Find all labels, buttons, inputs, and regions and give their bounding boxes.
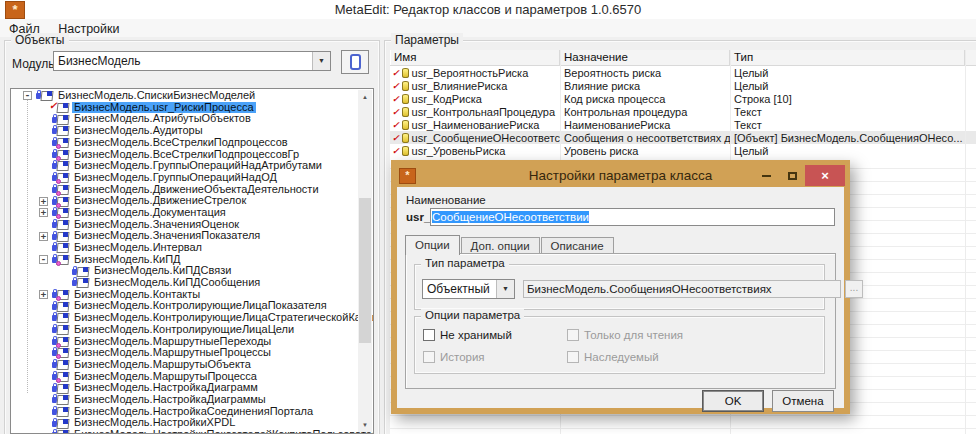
- checkbox-icon: [567, 329, 579, 341]
- param-name: usr_НаименованиеРиска: [412, 119, 540, 131]
- param-purpose: Сообщения о несоответствиях для риск...: [560, 132, 730, 144]
- parameter-icon: [402, 68, 409, 78]
- tree-expander-toggle[interactable]: +: [39, 232, 48, 241]
- badge-icon: [63, 348, 68, 353]
- name-input[interactable]: СообщениеОНесоответствии: [430, 208, 835, 226]
- table-row[interactable]: ✓ usr_КонтрольнаяПроцедура Контрольная п…: [390, 105, 976, 118]
- maximize-button[interactable]: [779, 165, 805, 186]
- tree-item[interactable]: ✓ БизнесМодель.КиПДСообщения: [11, 277, 358, 289]
- checkbox-label: Только для чтения: [584, 329, 683, 341]
- type-combobox[interactable]: Объектный ▼: [422, 279, 515, 299]
- tree-item[interactable]: ✓ БизнесМодель.НастройкаДиаграммы: [11, 394, 358, 406]
- name-input-selected-text: СообщениеОНесоответствии: [432, 211, 589, 223]
- class-icon: ✓: [52, 312, 68, 323]
- badge-icon: [63, 208, 68, 213]
- checkbox-read-only: Только для чтения: [567, 329, 683, 341]
- module-list-button[interactable]: [341, 50, 369, 74]
- class-icon: ✓: [52, 254, 68, 265]
- class-icon: ✓: [52, 383, 68, 394]
- tree-item[interactable]: ✓ БизнесМодель.ВсеСтрелкиПодпроцессов: [11, 137, 358, 149]
- checkbox-label: История: [440, 351, 485, 363]
- table-row[interactable]: ✓ usr_ВлияниеРиска Влияние риска Целый: [390, 79, 976, 92]
- param-type: Целый: [730, 67, 965, 79]
- tree-item[interactable]: ✓ БизнесМодель.МаршрутыОбъекта: [11, 359, 358, 371]
- badge-icon: [63, 161, 68, 166]
- class-icon: ✓: [52, 149, 68, 160]
- ok-button[interactable]: OK: [702, 390, 764, 412]
- param-purpose: Влияние риска: [560, 80, 730, 92]
- table-row[interactable]: ✓ usr_СообщениеОНесоответствии Сообщения…: [390, 131, 976, 144]
- tree-item[interactable]: + ✓ БизнесМодель.Документация: [11, 207, 358, 219]
- tree-item[interactable]: ✓ БизнесМодель.Интервал: [11, 242, 358, 254]
- class-icon: ✓: [52, 125, 68, 136]
- tab-description[interactable]: Описание: [541, 237, 614, 254]
- badge-icon: [63, 360, 68, 365]
- tree-item-label: БизнесМодель.МаршрутыОбъекта: [72, 359, 253, 371]
- header-purpose[interactable]: Назначение: [560, 50, 730, 65]
- badge-icon: [63, 255, 68, 260]
- parameter-icon: [402, 94, 409, 104]
- tree-item[interactable]: - ✓ БизнесМодель.СпискиБизнесМоделей: [11, 90, 358, 102]
- minimize-button[interactable]: [753, 165, 779, 186]
- tab-extra-options[interactable]: Доп. опции: [461, 237, 540, 254]
- dialog-titlebar[interactable]: * Настройки параметра класса ×: [396, 165, 845, 187]
- class-icon: ✓: [52, 406, 68, 417]
- class-icon: ✓: [52, 359, 68, 370]
- parameter-icon: [402, 107, 409, 117]
- window-titlebar: * MetaEdit: Редактор классов и параметро…: [0, 0, 976, 19]
- tree-expander-toggle[interactable]: +: [39, 290, 48, 299]
- table-row[interactable]: ✓ usr_КодРиска Код риска процесса Строка…: [390, 92, 976, 105]
- cancel-button[interactable]: Отмена: [772, 390, 834, 412]
- dialog-body: Наименование usr_ СообщениеОНесоответств…: [397, 187, 844, 408]
- parameter-icon: [402, 120, 409, 130]
- table-row[interactable]: ✓ usr_НаименованиеРиска НаименованиеРиск…: [390, 118, 976, 131]
- param-purpose: Контрольная процедура: [560, 106, 730, 118]
- class-icon: ✓: [52, 394, 68, 405]
- class-icon: ✓: [52, 160, 68, 171]
- tree-item[interactable]: ✓ БизнесМодель.КонтролирующиеЛицаСтратег…: [11, 312, 358, 324]
- scrollbar-thumb[interactable]: [359, 198, 371, 343]
- checkbox-label: Наследуемый: [584, 351, 659, 363]
- tree-item-label: БизнесМодель.Аудиторы: [72, 125, 205, 137]
- checkbox-icon[interactable]: [423, 329, 435, 341]
- parameter-options-group: Опции параметра Не хранимый Только для ч…: [414, 316, 825, 374]
- tree-expander-toggle[interactable]: +: [39, 208, 48, 217]
- tree-expander-toggle[interactable]: +: [39, 197, 48, 206]
- dropdown-arrow-icon[interactable]: ▼: [496, 280, 514, 298]
- tree-expander-toggle[interactable]: -: [39, 255, 48, 264]
- badge-icon: [63, 126, 68, 131]
- header-type[interactable]: Тип: [730, 50, 965, 65]
- header-name[interactable]: Имя: [390, 50, 560, 65]
- tab-options[interactable]: Опции: [405, 235, 460, 255]
- name-label: Наименование: [406, 194, 486, 206]
- tree-item[interactable]: ✓ БизнесМодель.КонтролирующиеЛицаЦели: [11, 324, 358, 336]
- scroll-down-button[interactable]: ▼: [358, 418, 372, 432]
- header-empty: [965, 50, 976, 65]
- badge-icon: [63, 302, 68, 307]
- param-type: Текст: [730, 119, 965, 131]
- browse-button: ...: [845, 280, 863, 298]
- module-combobox[interactable]: БизнесМодель ▼: [53, 51, 331, 71]
- class-parameter-settings-dialog: * Настройки параметра класса × Наименова…: [391, 160, 850, 414]
- tree-item[interactable]: ✓ БизнесМодель.Аудиторы: [11, 125, 358, 137]
- type-reference-field: БизнесМодель.СообщенияОНесоответствиях: [523, 280, 841, 298]
- parameter-icon: [402, 146, 409, 156]
- tree-item[interactable]: ✓ БизнесМодель.НастройкиПоказателейКокпи…: [11, 429, 358, 434]
- table-body: ✓ usr_ВероятностьРиска Вероятность риска…: [390, 66, 976, 157]
- metaedit-window: * MetaEdit: Редактор классов и параметро…: [0, 0, 976, 434]
- checkbox-not-stored[interactable]: Не хранимый: [423, 329, 512, 341]
- tree-item-label: БизнесМодель.ВсеСтрелкиПодпроцессов: [72, 137, 290, 149]
- tree-item[interactable]: ✓ БизнесМодель.ГруппыОперацийНадОД: [11, 172, 358, 184]
- scroll-up-button[interactable]: ▲: [358, 90, 372, 104]
- class-icon: ✓: [52, 137, 68, 148]
- table-row[interactable]: ✓ usr_ВероятностьРиска Вероятность риска…: [390, 66, 976, 79]
- badge-icon: [83, 278, 88, 283]
- objects-group-label: Объекты: [11, 33, 69, 47]
- close-button[interactable]: ×: [805, 165, 845, 186]
- badge-icon: [63, 232, 68, 237]
- dropdown-arrow-icon[interactable]: ▼: [312, 52, 330, 70]
- badge-icon: [63, 197, 68, 202]
- tree-scrollbar[interactable]: ▲ ▼: [358, 90, 372, 432]
- tree-item-label: БизнесМодель.КиПДСообщения: [92, 277, 262, 289]
- tree-expander-toggle[interactable]: -: [23, 91, 32, 100]
